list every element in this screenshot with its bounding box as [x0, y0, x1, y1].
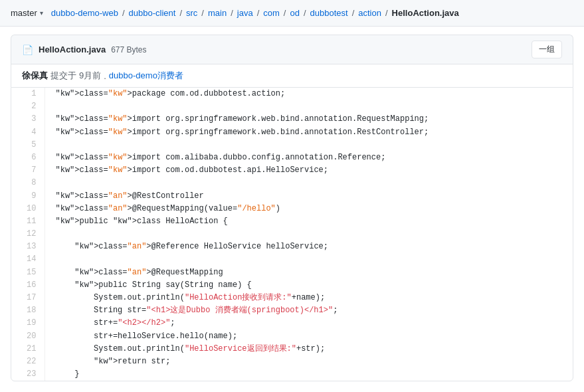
breadcrumb-sep-2: /	[201, 8, 204, 18]
line-number: 22	[11, 355, 45, 368]
line-number: 13	[11, 241, 45, 253]
table-row: 14	[11, 253, 573, 266]
breadcrumb-sep-8: /	[385, 8, 388, 18]
breadcrumb-link-1[interactable]: dubbo-client	[129, 8, 176, 18]
line-number: 21	[11, 343, 45, 355]
commit-info: 徐保真 提交于 9月前 . dubbo-demo消费者	[11, 64, 573, 87]
breadcrumb-link-8[interactable]: action	[358, 8, 381, 18]
table-row: 11"kw">public "kw">class HelloAction {	[11, 215, 573, 228]
line-number: 2	[11, 100, 45, 113]
branch-chevron-icon: ▾	[40, 9, 43, 17]
table-row: 12	[11, 228, 573, 241]
breadcrumb-current-file: HelloAction.java	[392, 8, 459, 18]
table-row: 15 "kw">class="an">@RequestMapping	[11, 266, 573, 279]
breadcrumb-link-5[interactable]: com	[263, 8, 280, 18]
line-code: "kw">class="an">@RequestMapping(value="/…	[45, 203, 573, 215]
breadcrumb-link-3[interactable]: main	[208, 8, 227, 18]
line-code	[45, 139, 573, 151]
line-code: str+="<h2></h2>";	[45, 317, 573, 330]
line-number: 15	[11, 266, 45, 279]
line-number: 18	[11, 304, 45, 317]
breadcrumb-link-4[interactable]: java	[237, 8, 253, 18]
file-action-button[interactable]: 一组	[532, 41, 562, 58]
file-name: HelloAction.java	[39, 45, 106, 54]
line-number: 19	[11, 317, 45, 330]
line-number: 5	[11, 139, 45, 151]
file-header-left: 📄 HelloAction.java 677 Bytes	[22, 45, 147, 55]
line-number: 9	[11, 190, 45, 203]
line-code	[45, 228, 573, 241]
code-container: 1"kw">class="kw">package com.od.dubbotes…	[11, 87, 573, 381]
line-number: 11	[11, 215, 45, 228]
line-number: 4	[11, 126, 45, 139]
file-header: 📄 HelloAction.java 677 Bytes 一组	[11, 35, 573, 64]
branch-selector[interactable]: master ▾	[11, 8, 43, 18]
line-code: "kw">class="kw">import com.od.dubbotest.…	[45, 164, 573, 177]
line-code: "kw">class="kw">import org.springframewo…	[45, 113, 573, 126]
table-row: 4"kw">class="kw">import org.springframew…	[11, 126, 573, 139]
table-row: 1"kw">class="kw">package com.od.dubbotes…	[11, 88, 573, 100]
line-number: 8	[11, 177, 45, 189]
table-row: 8	[11, 177, 573, 189]
table-row: 18 String str="<h1>这是Dubbo 消费者端(springbo…	[11, 304, 573, 317]
line-code: "kw">class="kw">import com.alibaba.dubbo…	[45, 151, 573, 164]
table-row: 9"kw">class="an">@RestController	[11, 190, 573, 203]
line-number: 3	[11, 113, 45, 126]
line-code: "kw">public "kw">class HelloAction {	[45, 215, 573, 228]
line-code	[45, 253, 573, 266]
line-code: String str="<h1>这是Dubbo 消费者端(springboot)…	[45, 304, 573, 317]
line-number: 6	[11, 151, 45, 164]
line-number: 10	[11, 203, 45, 215]
table-row: 21 System.out.println("HelloService返回到结果…	[11, 343, 573, 355]
breadcrumb-sep-5: /	[284, 8, 286, 18]
line-number: 16	[11, 279, 45, 292]
table-row: 23 }	[11, 368, 573, 381]
table-row: 16 "kw">public String say(String name) {	[11, 279, 573, 292]
line-number: 17	[11, 292, 45, 304]
line-code	[45, 100, 573, 113]
table-row: 7"kw">class="kw">import com.od.dubbotest…	[11, 164, 573, 177]
breadcrumb-sep-0: /	[122, 8, 125, 18]
commit-message-link[interactable]: dubbo-demo消费者	[109, 70, 183, 82]
table-row: 6"kw">class="kw">import com.alibaba.dubb…	[11, 151, 573, 164]
line-code: }	[45, 368, 573, 381]
line-code: "kw">class="kw">package com.od.dubbotest…	[45, 88, 573, 100]
breadcrumb-link-0[interactable]: dubbo-demo-web	[51, 8, 118, 18]
line-code: "kw">public String say(String name) {	[45, 279, 573, 292]
line-code: "kw">class="an">@RestController	[45, 190, 573, 203]
table-row: 19 str+="<h2></h2>";	[11, 317, 573, 330]
line-number: 14	[11, 253, 45, 266]
table-row: 5	[11, 139, 573, 151]
line-code: "kw">class="kw">import org.springframewo…	[45, 126, 573, 139]
line-code: "kw">class="an">@RequestMapping	[45, 266, 573, 279]
line-code	[45, 177, 573, 189]
line-code: System.out.println("HelloService返回到结果:"+…	[45, 343, 573, 355]
line-code: "kw">return str;	[45, 355, 573, 368]
commit-author: 徐保真	[22, 70, 48, 82]
file-icon: 📄	[22, 45, 33, 55]
line-number: 1	[11, 88, 45, 100]
breadcrumb-sep-7: /	[352, 8, 355, 18]
breadcrumb-sep-6: /	[304, 8, 306, 18]
commit-time: 9月前	[79, 70, 101, 82]
line-number: 20	[11, 330, 45, 343]
breadcrumb-sep-4: /	[257, 8, 260, 18]
breadcrumb-link-6[interactable]: od	[290, 8, 299, 18]
table-row: 2	[11, 100, 573, 113]
commit-separator: .	[104, 71, 106, 81]
table-row: 10"kw">class="an">@RequestMapping(value=…	[11, 203, 573, 215]
code-table: 1"kw">class="kw">package com.od.dubbotes…	[11, 88, 573, 381]
breadcrumb-link-2[interactable]: src	[186, 8, 197, 18]
breadcrumb-link-7[interactable]: dubbotest	[310, 8, 348, 18]
branch-name: master	[11, 8, 37, 18]
table-row: 13 "kw">class="an">@Reference HelloServi…	[11, 241, 573, 253]
file-size: 677 Bytes	[111, 45, 146, 54]
line-number: 12	[11, 228, 45, 241]
breadcrumb-sep-3: /	[231, 8, 233, 18]
line-code: str+=helloService.hello(name);	[45, 330, 573, 343]
table-row: 17 System.out.println("HelloAction接收到请求:…	[11, 292, 573, 304]
line-code: System.out.println("HelloAction接收到请求:"+n…	[45, 292, 573, 304]
line-code: "kw">class="an">@Reference HelloService …	[45, 241, 573, 253]
line-number: 7	[11, 164, 45, 177]
table-row: 3"kw">class="kw">import org.springframew…	[11, 113, 573, 126]
